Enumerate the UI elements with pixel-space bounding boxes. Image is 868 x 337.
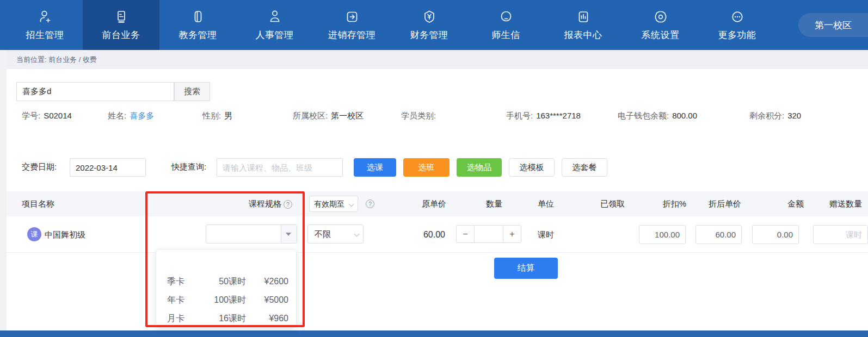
select-course-button[interactable]: 选课: [354, 158, 396, 177]
nav-item-more[interactable]: 更多功能: [699, 0, 775, 50]
more-dots-icon: [729, 9, 746, 25]
nav-item-label: 财务管理: [410, 29, 448, 41]
bottom-edge-strip: [0, 330, 868, 337]
nav-item-message[interactable]: 师生信: [467, 0, 544, 50]
settings-icon: [652, 9, 669, 25]
search-button[interactable]: 搜索: [174, 82, 210, 101]
chat-icon: [498, 9, 514, 25]
select-package-button[interactable]: 选套餐: [562, 158, 607, 177]
nav-item-label: 前台业务: [102, 29, 140, 41]
header-qty: 数量: [467, 191, 521, 216]
nav-item-academic[interactable]: 教务管理: [159, 0, 236, 50]
combobox-caret-button[interactable]: [281, 225, 297, 243]
left-edge-strip: [0, 50, 7, 330]
nav-item-label: 人事管理: [256, 29, 294, 41]
header-discounted-price: 折后单价: [687, 191, 741, 216]
course-name: 中国舞初级: [45, 216, 85, 253]
nav-item-label: 系统设置: [642, 29, 680, 41]
nav-item-label: 师生信: [491, 29, 520, 41]
inventory-arrow-icon: [344, 9, 360, 25]
header-unit-price: 原单价: [392, 191, 446, 216]
student-search-input[interactable]: [16, 82, 174, 101]
discounted-price-input[interactable]: [695, 225, 742, 244]
discount-input[interactable]: [639, 225, 686, 244]
header-gift-qty: 赠送数量: [808, 191, 862, 216]
plus-button[interactable]: +: [503, 226, 521, 242]
finance-yen-icon: [421, 9, 438, 25]
nav-item-enrollment[interactable]: 招生管理: [7, 0, 83, 50]
unit-value: 课时: [538, 216, 554, 253]
nav-item-frontdesk[interactable]: 前台业务: [83, 0, 159, 50]
fee-charge-page: 招生管理 前台业务 教务管理 人事管理: [0, 0, 868, 337]
chevron-down-icon: [354, 232, 360, 237]
table-row: 课 中国舞初级 不限 60.00 − + 课时: [7, 216, 868, 253]
nav-item-label: 进销存管理: [328, 29, 376, 41]
pay-date-input[interactable]: [70, 158, 146, 177]
quick-search-input[interactable]: [217, 158, 343, 177]
dropdown-option-month-card[interactable]: 月卡 16课时 ¥960: [156, 309, 296, 328]
minus-button[interactable]: −: [457, 226, 474, 242]
nav-item-label: 更多功能: [718, 29, 756, 41]
student-gender-field: 性别:男: [202, 111, 232, 121]
help-icon[interactable]: ?: [284, 200, 292, 209]
header-received: 已领取: [600, 191, 625, 216]
caret-down-icon: [286, 233, 291, 236]
report-chart-icon: [575, 9, 592, 25]
nav-item-label: 招生管理: [26, 29, 64, 41]
table-header-row: 项目名称 课程规格? 有效期至 ? 原单价 数量 单位 已领取 折扣% 折后单价…: [7, 191, 868, 216]
validity-header-select[interactable]: 有效期至: [309, 196, 358, 212]
header-course-spec: 课程规格?: [202, 191, 292, 216]
student-name-link[interactable]: 喜多多: [130, 111, 154, 120]
breadcrumb: 当前位置: 前台业务 / 收费: [7, 50, 868, 69]
nav-item-hr[interactable]: 人事管理: [236, 0, 313, 50]
quantity-input[interactable]: [474, 226, 503, 242]
nav-item-label: 报表中心: [564, 29, 602, 41]
student-wallet-field: 电子钱包余额:800.00: [618, 111, 697, 121]
nav-item-settings[interactable]: 系统设置: [622, 0, 699, 50]
nav-item-reports[interactable]: 报表中心: [545, 0, 621, 50]
header-amount: 金额: [749, 191, 804, 216]
student-name-field: 姓名:喜多多: [108, 111, 154, 121]
header-unit: 单位: [538, 191, 554, 216]
nav-item-finance[interactable]: 财务管理: [391, 0, 467, 50]
pay-date-label: 交费日期:: [22, 162, 57, 172]
course-spec-combobox[interactable]: [206, 224, 297, 244]
person-add-icon: [37, 9, 53, 25]
campus-label: 第一校区: [815, 19, 852, 32]
unit-price-value: 60.00: [391, 216, 445, 253]
frontdesk-doc-icon: [113, 9, 130, 25]
nav-item-inventory[interactable]: 进销存管理: [313, 0, 390, 50]
chevron-down-icon: [349, 202, 354, 207]
student-points-field: 剩余积分:320: [749, 111, 801, 121]
gift-qty-input[interactable]: [813, 225, 868, 244]
quantity-stepper: − +: [456, 225, 521, 243]
top-nav: 招生管理 前台业务 教务管理 人事管理: [0, 0, 868, 50]
dropdown-option-quarter-card[interactable]: 季卡 50课时 ¥2600: [156, 272, 296, 291]
dropdown-option-year-card[interactable]: 年卡 100课时 ¥5000: [156, 291, 296, 309]
student-campus-field: 所属校区:第一校区: [293, 111, 364, 121]
header-discount: 折扣%: [632, 191, 686, 216]
student-phone-field: 手机号:163****2718: [506, 111, 581, 121]
validity-select[interactable]: 不限: [307, 224, 364, 244]
nav-item-label: 教务管理: [179, 29, 217, 41]
person-icon: [267, 9, 283, 25]
select-class-button[interactable]: 选班: [403, 158, 450, 177]
select-template-button[interactable]: 选模板: [509, 158, 555, 177]
course-badge: 课: [27, 227, 41, 241]
quick-search-label: 快捷查询:: [171, 162, 206, 172]
settle-button[interactable]: 结算: [494, 258, 558, 279]
course-spec-dropdown: 季卡 50课时 ¥2600 年卡 100课时 ¥5000 月卡 16课时 ¥96…: [156, 249, 297, 328]
select-item-button[interactable]: 选物品: [457, 158, 502, 177]
student-id-field: 学号:S02014: [22, 111, 72, 121]
book-icon: [190, 9, 206, 25]
student-category-field: 学员类别:: [401, 111, 439, 121]
header-item-name: 项目名称: [22, 191, 54, 216]
amount-input[interactable]: [752, 225, 799, 244]
campus-selector[interactable]: 第一校区: [798, 13, 868, 37]
help-icon[interactable]: ?: [366, 199, 374, 208]
